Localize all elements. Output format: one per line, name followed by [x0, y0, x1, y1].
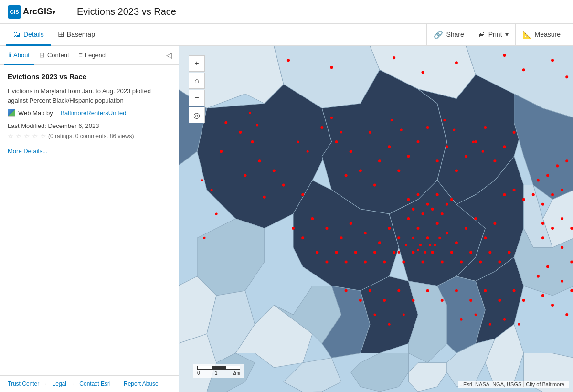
- star-2[interactable]: ☆: [16, 132, 22, 140]
- home-button[interactable]: ⌂: [189, 73, 205, 89]
- sidebar-collapse-button[interactable]: ◁: [163, 49, 175, 62]
- zoom-out-button[interactable]: −: [189, 90, 205, 106]
- svg-point-34: [287, 59, 290, 62]
- svg-point-100: [412, 208, 414, 211]
- print-button[interactable]: 🖨 Print ▾: [471, 23, 515, 45]
- sidebar-tab-legend[interactable]: ≡ Legend: [74, 46, 111, 65]
- main-content: ℹ About ⊞ Content ≡ Legend ◁ Evictions 2…: [0, 46, 573, 392]
- svg-point-97: [426, 203, 429, 206]
- svg-point-84: [416, 227, 419, 230]
- svg-point-75: [311, 217, 314, 220]
- svg-point-183: [424, 251, 426, 254]
- svg-point-48: [273, 169, 276, 172]
- map-author-link[interactable]: BaltimoreRentersUnited: [60, 109, 126, 117]
- scale-2: 2mi: [233, 371, 240, 376]
- svg-point-66: [436, 159, 439, 162]
- attribution-city: City of Baltimore: [524, 381, 566, 387]
- share-button[interactable]: 🔗 Share: [426, 23, 470, 45]
- svg-point-54: [335, 140, 338, 143]
- more-details-link[interactable]: More Details...: [8, 148, 48, 155]
- svg-point-104: [450, 198, 453, 201]
- svg-point-99: [446, 203, 448, 206]
- svg-point-58: [388, 145, 391, 148]
- svg-point-182: [417, 249, 419, 251]
- svg-point-170: [340, 131, 342, 133]
- svg-point-71: [484, 126, 487, 129]
- svg-point-37: [422, 71, 424, 74]
- sidebar-tab-content[interactable]: ⊞ Content: [34, 46, 74, 65]
- svg-point-107: [522, 198, 525, 201]
- map-area[interactable]: + ⌂ − ◎ 0 1 2mi Esri, NASA, NGA, USGS Ci…: [179, 46, 573, 392]
- star-4[interactable]: ☆: [32, 132, 38, 140]
- svg-point-180: [434, 244, 436, 246]
- trust-center-link[interactable]: Trust Center: [8, 381, 39, 387]
- svg-point-109: [541, 203, 544, 206]
- svg-point-92: [493, 222, 496, 225]
- svg-point-103: [441, 212, 444, 215]
- svg-point-148: [541, 294, 544, 297]
- svg-point-42: [565, 75, 568, 78]
- svg-point-185: [405, 244, 407, 246]
- scale-segment-white: [197, 366, 212, 370]
- svg-point-46: [220, 150, 223, 153]
- legend-tab-icon: ≡: [79, 51, 83, 59]
- svg-point-96: [416, 193, 419, 196]
- svg-point-132: [469, 251, 472, 254]
- last-modified-label: Last Modified:: [8, 122, 46, 129]
- tab-basemap[interactable]: ⊞ Basemap: [51, 24, 102, 46]
- svg-point-172: [400, 128, 403, 131]
- svg-point-102: [431, 208, 434, 211]
- content-tab-icon: ⊞: [39, 51, 45, 59]
- arcgis-dropdown-arrow[interactable]: ▾: [52, 8, 55, 16]
- svg-point-91: [484, 236, 487, 239]
- svg-point-125: [402, 260, 405, 263]
- arcgis-label: ArcGIS: [23, 7, 52, 17]
- svg-point-72: [493, 159, 496, 162]
- print-dropdown-arrow[interactable]: ▾: [505, 31, 509, 38]
- svg-point-118: [335, 251, 338, 254]
- svg-point-130: [450, 251, 453, 254]
- svg-point-86: [436, 222, 439, 225]
- star-3[interactable]: ☆: [24, 132, 30, 140]
- star-1[interactable]: ☆: [8, 132, 14, 140]
- svg-point-123: [383, 260, 386, 263]
- svg-point-98: [436, 193, 439, 196]
- svg-point-76: [325, 227, 328, 230]
- report-abuse-link[interactable]: Report Abuse: [124, 381, 159, 387]
- svg-point-113: [546, 174, 549, 177]
- arcgis-logo[interactable]: GIS ArcGIS ▾: [8, 5, 57, 19]
- svg-point-181: [438, 237, 441, 239]
- footer-sep-3: ·: [117, 381, 118, 387]
- locate-button[interactable]: ◎: [189, 107, 205, 123]
- svg-point-192: [388, 323, 391, 326]
- svg-point-127: [422, 260, 424, 263]
- svg-point-171: [391, 119, 393, 121]
- svg-point-133: [479, 260, 482, 263]
- contact-esri-link[interactable]: Contact Esri: [79, 381, 110, 387]
- sidebar-tab-about[interactable]: ℹ About: [4, 46, 34, 65]
- svg-point-82: [397, 236, 400, 239]
- svg-point-195: [475, 314, 477, 316]
- footer-sep-1: ·: [45, 381, 46, 387]
- measure-button[interactable]: 📐 Measure: [515, 23, 567, 45]
- svg-point-175: [472, 141, 475, 143]
- svg-point-145: [537, 275, 540, 278]
- measure-label: Measure: [535, 31, 561, 38]
- svg-point-198: [518, 323, 520, 326]
- arcgis-logo-icon: GIS: [8, 5, 21, 19]
- svg-point-184: [429, 244, 431, 246]
- details-icon: 🗂: [13, 30, 21, 39]
- svg-point-106: [513, 189, 516, 191]
- tab-details[interactable]: 🗂 Details: [6, 24, 51, 46]
- svg-point-120: [354, 251, 357, 254]
- svg-point-87: [446, 232, 448, 234]
- zoom-in-button[interactable]: +: [189, 55, 205, 72]
- legal-link[interactable]: Legal: [53, 381, 66, 387]
- svg-point-179: [426, 237, 429, 239]
- svg-point-155: [397, 289, 400, 292]
- svg-point-78: [350, 222, 352, 225]
- svg-point-154: [383, 299, 386, 302]
- scale-labels: 0 1 2mi: [197, 371, 240, 376]
- star-5[interactable]: ☆: [40, 132, 46, 140]
- svg-point-117: [325, 260, 328, 263]
